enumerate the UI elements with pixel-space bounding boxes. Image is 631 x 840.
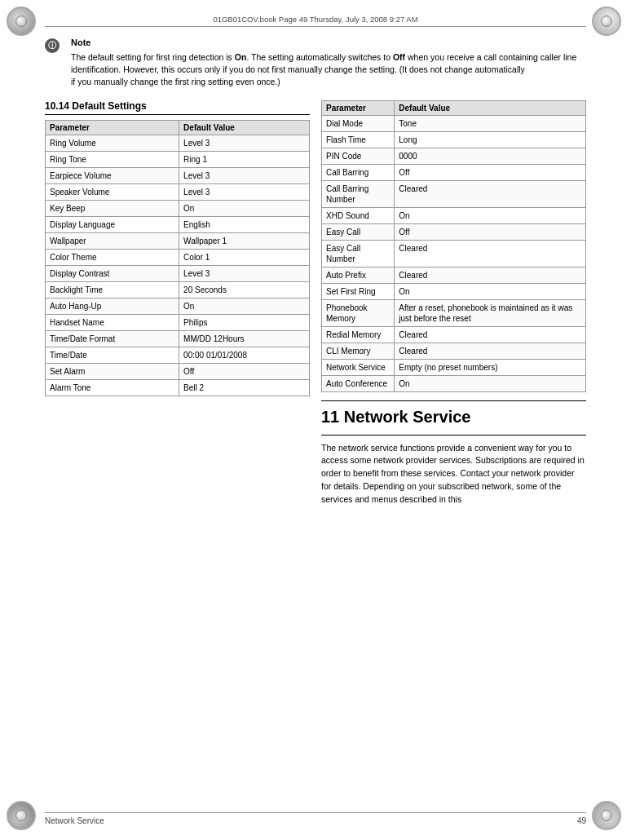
param-name: Call Barring (322, 164, 395, 180)
table-row: Call BarringOff (322, 164, 586, 180)
param-value: English (179, 216, 310, 232)
table-row: Dial ModeTone (322, 115, 586, 131)
table-row: Key BeepOn (46, 200, 310, 216)
param-name: Auto Prefix (322, 267, 395, 283)
param-value: Off (395, 164, 586, 180)
param-name: Auto Hang-Up (46, 298, 179, 314)
table-row: Easy Call NumberCleared (322, 240, 586, 267)
chapter-divider (321, 400, 586, 401)
param-value: Level 3 (179, 265, 310, 281)
table-row: Speaker VolumeLevel 3 (46, 183, 310, 200)
param-value: Long (395, 131, 586, 148)
table-row: Flash TimeLong (322, 131, 586, 148)
table-row: Display LanguageEnglish (46, 216, 310, 232)
param-name: XHD Sound (322, 207, 395, 223)
table-row: XHD SoundOn (322, 207, 586, 223)
param-value: Off (395, 223, 586, 240)
chapter-divider-2 (321, 435, 586, 435)
table-row: Set First RingOn (322, 283, 586, 299)
param-name: Display Contrast (46, 265, 179, 281)
table-row: Call Barring NumberCleared (322, 180, 586, 207)
param-name: Set Alarm (46, 363, 179, 379)
table-row: Color ThemeColor 1 (46, 249, 310, 265)
param-name: PIN Code (322, 148, 395, 164)
param-name: Earpiece Volume (46, 167, 179, 183)
header-text: 01GB01COV.book Page 49 Thursday, July 3,… (213, 15, 417, 24)
param-value: Cleared (395, 343, 586, 359)
table-row: Time/Date00:00 01/01/2008 (46, 347, 310, 363)
param-value: 00:00 01/01/2008 (179, 347, 310, 363)
table-row: PIN Code0000 (322, 148, 586, 164)
table-row: Easy CallOff (322, 223, 586, 240)
param-value: On (179, 200, 310, 216)
param-value: Cleared (395, 180, 586, 207)
param-name: Ring Tone (46, 151, 179, 167)
chapter11-text: The network service functions provide a … (321, 442, 586, 506)
table-row: Auto ConferenceOn (322, 375, 586, 391)
note-icon-area: ⓘ (45, 37, 61, 89)
param-value: MM/DD 12Hours (179, 330, 310, 347)
param-name: Key Beep (46, 200, 179, 216)
table-row: Network ServiceEmpty (no preset numbers) (322, 359, 586, 375)
param-name: Alarm Tone (46, 379, 179, 396)
footer-bar: Network Service 49 (45, 812, 586, 825)
left-column: 10.14 Default Settings Parameter Default… (45, 100, 310, 803)
table-row: CLI MemoryCleared (322, 343, 586, 359)
param-name: Handset Name (46, 314, 179, 330)
param-value: Color 1 (179, 249, 310, 265)
param-name: Auto Conference (322, 375, 395, 391)
param-name: Network Service (322, 359, 395, 375)
param-value: On (179, 298, 310, 314)
param-value: Ring 1 (179, 151, 310, 167)
table-row: Backlight Time20 Seconds (46, 281, 310, 298)
table-row: Auto Hang-UpOn (46, 298, 310, 314)
param-value: On (395, 283, 586, 299)
section1-title: 10.14 Default Settings (45, 100, 310, 115)
table-row: Earpiece VolumeLevel 3 (46, 167, 310, 183)
chapter11-section: 11 Network Service The network service f… (321, 400, 586, 506)
param-name: Ring Volume (46, 135, 179, 151)
corner-decoration-tl (7, 7, 39, 39)
note-label: Note (71, 37, 586, 50)
col-header-default: Default Value (179, 120, 310, 135)
table-row: Ring VolumeLevel 3 (46, 135, 310, 151)
param-value: On (395, 375, 586, 391)
note-text-area: Note The default setting for first ring … (71, 37, 586, 89)
param-value: On (395, 207, 586, 223)
table-row: Handset NamePhilips (46, 314, 310, 330)
chapter11-title: 11 Network Service (321, 408, 586, 427)
table-row: Ring ToneRing 1 (46, 151, 310, 167)
param-name: Easy Call Number (322, 240, 395, 267)
param-value: Off (179, 363, 310, 379)
param-value: Level 3 (179, 167, 310, 183)
right-column: Parameter Default Value Dial ModeToneFla… (321, 100, 586, 803)
note-icon: ⓘ (45, 38, 60, 53)
header-bar: 01GB01COV.book Page 49 Thursday, July 3,… (45, 15, 586, 27)
param-name: Set First Ring (322, 283, 395, 299)
param-value: Cleared (395, 326, 586, 343)
param-value: Philips (179, 314, 310, 330)
param-name: Color Theme (46, 249, 179, 265)
param-value: Cleared (395, 267, 586, 283)
note-section: ⓘ Note The default setting for first rin… (45, 37, 586, 89)
param-name: Speaker Volume (46, 183, 179, 200)
param-name: Display Language (46, 216, 179, 232)
param-name: CLI Memory (322, 343, 395, 359)
param-name: Call Barring Number (322, 180, 395, 207)
param-name: Wallpaper (46, 232, 179, 249)
table-row: Alarm ToneBell 2 (46, 379, 310, 396)
param-value: 20 Seconds (179, 281, 310, 298)
col-header-parameter: Parameter (46, 120, 179, 135)
param-name: Phonebook Memory (322, 299, 395, 326)
param-name: Dial Mode (322, 115, 395, 131)
two-column-layout: 10.14 Default Settings Parameter Default… (45, 100, 586, 803)
param-name: Time/Date Format (46, 330, 179, 347)
corner-decoration-br (592, 801, 624, 833)
col2-header-parameter: Parameter (322, 100, 395, 115)
param-name: Flash Time (322, 131, 395, 148)
param-name: Redial Memory (322, 326, 395, 343)
table-row: WallpaperWallpaper 1 (46, 232, 310, 249)
table-row: Redial MemoryCleared (322, 326, 586, 343)
section2-table: Parameter Default Value Dial ModeToneFla… (321, 100, 586, 392)
footer-left: Network Service (45, 816, 104, 825)
